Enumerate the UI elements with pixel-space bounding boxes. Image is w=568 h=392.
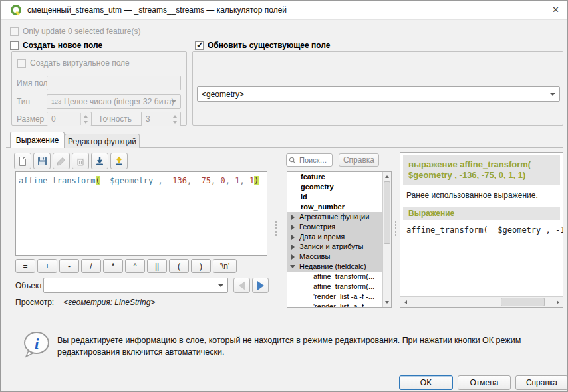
field-size-label: Размер xyxy=(17,114,44,124)
update-field-group: <geometry> xyxy=(192,51,563,126)
import-expression-button[interactable] xyxy=(91,153,108,169)
qgis-logo-icon xyxy=(10,4,22,16)
code-segment: 0 xyxy=(221,176,225,185)
operator-close-paren-button[interactable]: ) xyxy=(191,259,211,273)
operator-newline-button[interactable]: '\n' xyxy=(213,259,237,273)
scroll-down-icon[interactable] xyxy=(384,298,390,306)
tree-item[interactable]: geometry xyxy=(287,182,382,192)
tree-item[interactable]: 'render_list -a -f -... xyxy=(287,302,382,307)
operator-minus-button[interactable]: - xyxy=(59,259,79,273)
pencil-icon xyxy=(57,157,66,166)
edit-expression-button xyxy=(53,153,70,169)
code-segment: -136 xyxy=(168,176,187,185)
spinner-arrows xyxy=(170,113,180,125)
help-title: выражение affine_transform( $geometry , … xyxy=(403,155,560,185)
field-size-value: 0 xyxy=(51,114,56,124)
search-input[interactable] xyxy=(298,155,330,165)
preview-value: <геометрия: LineString> xyxy=(63,298,155,307)
info-icon: i xyxy=(22,330,51,363)
help-section-header: Выражение xyxy=(403,207,560,220)
arrow-right-icon xyxy=(257,281,264,290)
trash-icon xyxy=(76,157,85,166)
tree-scrollbar[interactable] xyxy=(382,172,391,307)
tree-group[interactable]: Недавние (fieldcalc) xyxy=(287,262,382,272)
field-type-label: Тип xyxy=(17,97,30,106)
next-feature-button[interactable] xyxy=(252,278,269,293)
code-segment: , xyxy=(239,176,249,185)
operator-open-paren-button[interactable]: ( xyxy=(169,259,189,273)
arrow-up-icon xyxy=(114,156,124,167)
field-precision-label: Точность xyxy=(98,114,132,124)
checkbox-box[interactable] xyxy=(10,41,19,50)
function-help-button: Справка xyxy=(339,153,379,167)
field-precision-spinner: 3 xyxy=(141,112,181,126)
code-segment: ( xyxy=(96,176,100,185)
checkbox-box[interactable] xyxy=(195,41,204,50)
tab-function-editor-label: Редактор функций xyxy=(68,137,136,146)
tab-function-editor[interactable]: Редактор функций xyxy=(65,134,140,148)
checkbox-box xyxy=(17,59,26,68)
splitter-handle[interactable] xyxy=(275,220,277,237)
tree-item[interactable]: affine_transform(... xyxy=(287,272,382,282)
field-type-combo: 123 Целое число (integer 32 бита) xyxy=(47,94,181,109)
close-icon[interactable]: ✕ xyxy=(552,1,559,19)
tree-item[interactable]: 'render_list -a -f -... xyxy=(287,292,382,302)
update-existing-field-checkbox[interactable]: Обновить существующее поле xyxy=(195,41,330,50)
code-segment: ) xyxy=(254,176,259,185)
window-title: смещенный_streams_utm — _streams__stream… xyxy=(27,1,287,19)
existing-field-combo[interactable]: <geometry> xyxy=(197,86,560,102)
tree-group[interactable]: Агрегатные функции xyxy=(287,212,382,222)
new-file-icon xyxy=(17,156,28,167)
scrollbar-thumb[interactable] xyxy=(501,298,544,306)
operator-divide-button[interactable]: / xyxy=(81,259,101,273)
operator-equals-button[interactable]: = xyxy=(15,259,35,273)
tree-item[interactable]: affine_transform(... xyxy=(287,282,382,292)
virtual-field-label: Создать виртуальное поле xyxy=(30,58,130,68)
scrollbar-thumb[interactable] xyxy=(384,181,390,244)
function-search[interactable] xyxy=(286,153,333,167)
tree-item[interactable]: feature xyxy=(287,172,382,182)
splitter-handle[interactable] xyxy=(394,220,397,237)
code-segment: -75 xyxy=(196,176,211,185)
code-segment: , xyxy=(187,176,196,185)
create-new-field-checkbox[interactable]: Создать новое поле xyxy=(10,41,102,50)
operator-power-button[interactable]: ^ xyxy=(125,259,145,273)
feature-combo[interactable] xyxy=(43,278,228,293)
operator-multiply-button[interactable]: * xyxy=(103,259,123,273)
expression-code: affine_transform( $geometry , -136, -75,… xyxy=(19,176,264,185)
function-help-panel: выражение affine_transform( $geometry , … xyxy=(400,152,563,308)
new-field-group: Создать виртуальное поле Имя поля Тип 12… xyxy=(11,51,187,126)
cancel-button[interactable]: Отмена xyxy=(458,375,511,390)
tab-expression[interactable]: Выражение xyxy=(10,132,65,148)
code-segment: , xyxy=(211,176,220,185)
save-expression-button[interactable] xyxy=(33,153,51,169)
export-expression-button[interactable] xyxy=(110,153,128,169)
scroll-up-icon[interactable] xyxy=(384,173,390,181)
tree-item[interactable]: row_number xyxy=(287,202,382,212)
operator-plus-button[interactable]: + xyxy=(37,259,57,273)
tab-expression-label: Выражение xyxy=(16,136,59,145)
feature-label: Объект xyxy=(15,281,43,290)
arrow-down-icon xyxy=(94,156,105,167)
update-existing-field-label: Обновить существующее поле xyxy=(208,41,330,50)
new-expression-button[interactable] xyxy=(14,153,31,169)
scroll-right-icon[interactable] xyxy=(553,298,562,306)
scroll-left-icon[interactable] xyxy=(401,298,410,306)
expression-editor[interactable]: affine_transform( $geometry , -136, -75,… xyxy=(15,171,267,256)
operator-concat-button[interactable]: || xyxy=(147,259,167,273)
field-size-spinner: 0 xyxy=(47,112,92,126)
tree-item[interactable]: id xyxy=(287,192,382,202)
function-tree[interactable]: feature geometry id row_number Агрегатны… xyxy=(287,171,392,308)
help-hscrollbar[interactable] xyxy=(400,296,563,307)
chevron-down-icon xyxy=(171,100,176,103)
help-button[interactable]: Справка xyxy=(515,375,568,390)
tree-group[interactable]: Записи и атрибуты xyxy=(287,242,382,252)
search-icon xyxy=(289,157,296,164)
code-segment: $geometry xyxy=(110,176,153,185)
delete-expression-button xyxy=(72,153,89,169)
code-segment: , xyxy=(225,176,235,185)
tree-group[interactable]: Геометрия xyxy=(287,222,382,232)
tree-group[interactable]: Дата и время xyxy=(287,232,382,242)
tree-group[interactable]: Массивы xyxy=(287,252,382,262)
ok-button[interactable]: OK xyxy=(399,375,453,390)
